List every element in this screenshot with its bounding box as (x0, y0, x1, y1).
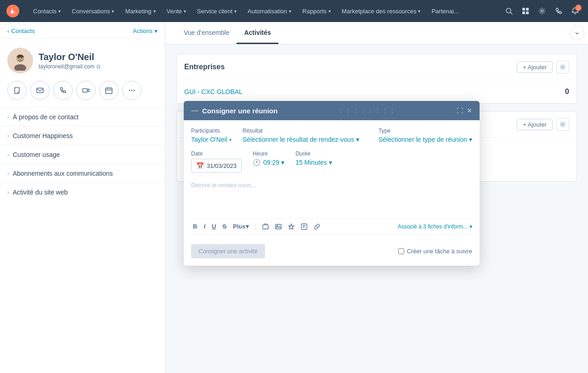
notifications-button[interactable]: 1 (568, 4, 582, 18)
date-picker[interactable]: 📅 31/03/2023 (191, 159, 242, 173)
nav-conversations[interactable]: Conversations ▾ (66, 0, 119, 22)
chevron-right-icon: › (7, 133, 9, 139)
search-button[interactable] (502, 4, 516, 18)
courses-settings-button[interactable] (556, 118, 569, 131)
attach-button[interactable] (260, 223, 271, 231)
bold-button[interactable]: B (191, 222, 199, 231)
tab-vue-ensemble[interactable]: Vue d'ensemble (176, 22, 237, 44)
strikethrough-button[interactable]: S (220, 222, 228, 231)
contact-name: Taylor O'Neil (39, 52, 158, 62)
more-actions-button[interactable] (122, 81, 141, 100)
duration-selector[interactable]: 15 Minutes ▾ (295, 159, 332, 166)
svg-point-1 (12, 10, 16, 14)
nav-contacts[interactable]: Contacts ▾ (28, 0, 66, 22)
modal-title: Consigner une réunion (202, 107, 277, 115)
resultat-field: Résultat Sélectionner le résultat de ren… (243, 128, 368, 143)
svg-rect-16 (106, 88, 112, 94)
tab-activites[interactable]: Activités (237, 22, 278, 44)
apps-button[interactable] (518, 4, 533, 18)
clock-icon: 🕐 (253, 159, 260, 166)
description-textarea[interactable] (191, 180, 472, 217)
note-button[interactable] (7, 81, 27, 100)
phone-button[interactable] (551, 4, 566, 18)
modal-close-button[interactable]: ✕ (467, 107, 472, 114)
hubspot-logo[interactable] (6, 4, 20, 18)
type-selector[interactable]: Sélectionner le type de réunion ▾ (379, 136, 472, 143)
chevron-down-icon: ▾ (153, 9, 156, 14)
call-button[interactable] (53, 81, 73, 100)
participant-selector[interactable]: Taylor O'Neil ▾ (191, 136, 232, 143)
nav-rapports[interactable]: Rapports ▾ (297, 0, 336, 22)
nav-service[interactable]: Service client ▾ (192, 0, 242, 22)
participants-label: Participants (191, 128, 232, 134)
chevron-down-icon: ▾ (328, 9, 331, 14)
chevron-down-icon: ▾ (229, 137, 232, 142)
link-button[interactable] (312, 223, 322, 231)
settings-button[interactable] (535, 4, 549, 18)
modal-body: Participants Taylor O'Neil ▾ Résultat Sé… (184, 120, 480, 266)
svg-rect-14 (37, 88, 43, 93)
association-button[interactable]: Associé à 3 fiches d'inform... ▾ (398, 223, 472, 230)
type-field: Type Sélectionner le type de réunion ▾ (379, 128, 472, 143)
collapse-panel-button[interactable] (570, 26, 584, 40)
resultat-label: Résultat (243, 128, 368, 134)
chevron-down-icon: ▾ (234, 9, 237, 14)
consigner-activite-button[interactable]: Consigner une activité (191, 244, 265, 258)
sidebar-section-label: Customer Happiness (13, 132, 73, 139)
svg-line-3 (510, 12, 512, 14)
chevron-right-icon: › (7, 189, 9, 195)
sidebar-item-about[interactable]: › À propos de ce contact (0, 107, 165, 126)
entreprises-settings-button[interactable] (556, 61, 569, 73)
sidebar-item-customer-usage[interactable]: › Customer usage (0, 145, 165, 164)
nav-marketing[interactable]: Marketing ▾ (119, 0, 161, 22)
create-task-checkbox-label[interactable]: Créer une tâche à suivre (398, 248, 472, 255)
chevron-down-icon: ▾ (469, 136, 472, 143)
email-button[interactable] (30, 81, 50, 100)
nav-automation[interactable]: Automatisation ▾ (242, 0, 297, 22)
chevron-right-icon: › (7, 171, 9, 176)
add-entreprise-button[interactable]: + Ajouter (517, 61, 553, 73)
modal-expand-button[interactable]: ⛶ (457, 107, 463, 114)
heure-label: Heure (253, 150, 284, 157)
copy-email-icon[interactable]: ⧉ (96, 63, 101, 70)
svg-point-18 (131, 90, 133, 91)
actions-dropdown[interactable]: Actions ▾ (133, 28, 158, 34)
video-button[interactable] (76, 81, 96, 100)
sidebar-section-label: Abonnements aux communications (13, 170, 113, 177)
modal-footer: Consigner une activité Créer une tâche à… (191, 240, 472, 258)
svg-point-20 (562, 66, 564, 68)
create-task-checkbox[interactable] (398, 248, 404, 254)
svg-rect-7 (526, 11, 529, 14)
time-selector[interactable]: 09:29 ▾ (263, 159, 284, 166)
svg-point-8 (541, 10, 543, 12)
chevron-down-icon: ▾ (58, 9, 61, 14)
nav-partenaire[interactable]: Partenai... (426, 0, 464, 22)
calendar-icon: 📅 (196, 162, 204, 169)
sidebar-item-activite-site[interactable]: › Activité du site web (0, 183, 165, 201)
italic-button[interactable]: I (202, 222, 207, 231)
plus-format-button[interactable]: Plus ▾ (231, 222, 250, 231)
sidebar-section-label: À propos de ce contact (13, 113, 79, 121)
company-name[interactable]: GUI - CXC GLOBAL (184, 88, 243, 95)
contacts-breadcrumb[interactable]: ‹ Contacts (7, 28, 35, 34)
modal-header-right: ⛶ ✕ (457, 107, 472, 114)
meeting-button[interactable] (99, 81, 119, 100)
add-course-button[interactable]: + Ajouter (517, 119, 553, 130)
sidebar-item-customer-happiness[interactable]: › Customer Happiness (0, 126, 165, 145)
template-button[interactable] (286, 223, 296, 231)
nav-marketplace[interactable]: Marketplace des ressources ▾ (336, 0, 426, 22)
svg-point-21 (562, 123, 564, 125)
chevron-down-icon: ▾ (281, 159, 284, 166)
courses-header-actions: + Ajouter (517, 118, 569, 131)
underline-button[interactable]: U (210, 222, 218, 231)
nav-vente[interactable]: Vente ▾ (161, 0, 192, 22)
modal-minimize-button[interactable]: — (191, 106, 198, 115)
svg-point-19 (134, 90, 135, 91)
image-button[interactable] (273, 223, 283, 231)
sidebar-item-abonnements[interactable]: › Abonnements aux communications (0, 164, 165, 183)
snippet-button[interactable] (299, 223, 309, 231)
resultat-selector[interactable]: Sélectionner le résultat de rendez-vous … (243, 136, 368, 143)
consigner-reunion-modal: — Consigner une réunion ⋮⋮⋮⋮⋮⋮⋮⋮ ⛶ ✕ Par… (184, 101, 480, 266)
sidebar-section-label: Customer usage (13, 151, 60, 158)
contact-info-section: Taylor O'Neil tayloroneil@gmail.com ⧉ (0, 39, 165, 81)
